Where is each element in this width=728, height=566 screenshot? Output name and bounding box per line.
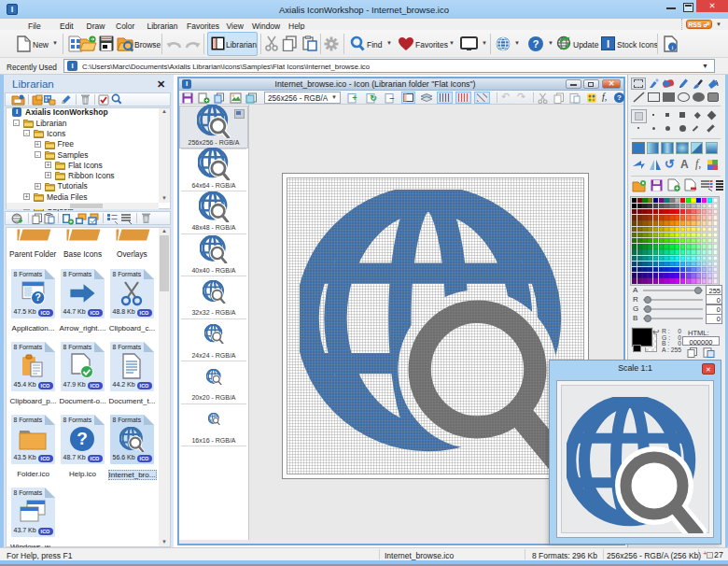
svg-text:?: ? [35, 292, 40, 303]
svg-text:i: i [672, 44, 674, 51]
